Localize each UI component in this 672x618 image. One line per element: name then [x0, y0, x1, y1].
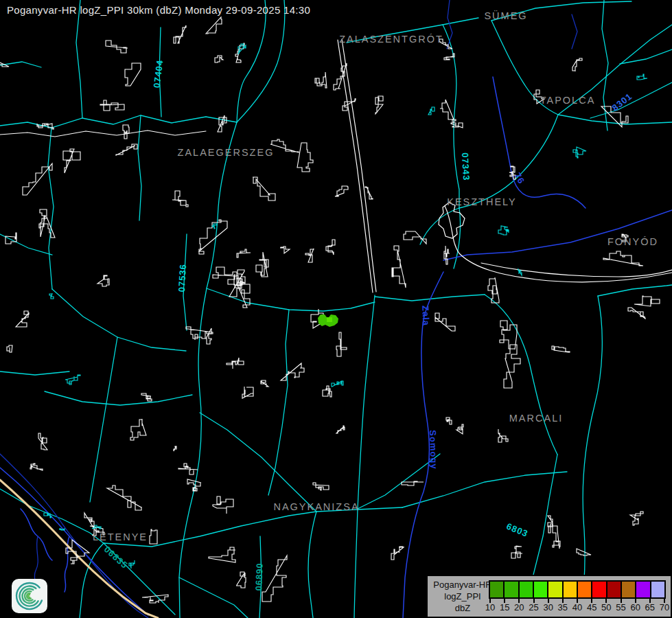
- colorbar-cell: [520, 582, 534, 597]
- city-label: MARCALI: [509, 413, 563, 424]
- settlement-outline: [391, 547, 404, 560]
- settlement-outline: [440, 100, 454, 119]
- settlement-outline: [444, 246, 450, 264]
- settlement-outline: [323, 386, 332, 397]
- settlement-outline: [209, 547, 235, 562]
- settlement-outline: [215, 56, 223, 62]
- settlement-outline: [23, 163, 52, 195]
- settlement-outline: [49, 293, 54, 299]
- settlement-outline: [71, 557, 78, 564]
- radar-map: ZALASZENTGRÓTSÜMEGTAPOLCAZALAEGERSZEGKES…: [0, 0, 672, 618]
- colorbar-cell: [548, 582, 563, 597]
- settlement-outline: [548, 524, 560, 549]
- settlement-outline: [174, 25, 186, 43]
- settlement-outline: [500, 321, 517, 350]
- legend-colorbar: 10152025303540455055606570: [489, 580, 666, 615]
- met-spiral-logo: [11, 578, 48, 614]
- settlement-outline: [125, 63, 141, 86]
- settlement-outline: [637, 74, 647, 80]
- settlement-outline: [634, 296, 660, 306]
- settlement-outline: [498, 429, 508, 442]
- settlement-outline: [577, 549, 591, 556]
- settlement-outline: [107, 485, 141, 510]
- settlement-outline: [280, 247, 290, 253]
- settlement-outline: [16, 311, 29, 327]
- settlement-outline: [178, 464, 198, 474]
- settlement-outline: [630, 512, 643, 525]
- city-label: LETENYE: [93, 531, 148, 542]
- settlement-outline: [106, 41, 128, 53]
- legend-panel: Poganyvar-HR logZ_PPI dbZ 10152025303540…: [426, 575, 672, 618]
- settlement-outline: [116, 144, 137, 155]
- settlement-outline: [326, 240, 335, 255]
- settlement-outline: [628, 308, 645, 319]
- city-label: KESZTHELY: [447, 196, 517, 207]
- settlement-outline: [428, 107, 435, 115]
- settlement-outline: [237, 249, 251, 258]
- legend-product-name: logZ_PPI: [432, 591, 494, 602]
- settlement-outline: [129, 560, 135, 569]
- road-number-label: 06835: [102, 544, 130, 571]
- settlement-outline: [336, 426, 345, 433]
- settlement-outline: [498, 226, 509, 235]
- settlement-outline: [59, 529, 65, 530]
- city-label: ZALASZENTGRÓT: [339, 34, 443, 45]
- settlement-outline: [315, 72, 327, 88]
- settlement-outline: [262, 556, 287, 602]
- settlement-outline: [375, 96, 383, 114]
- settlement-outline: [573, 147, 586, 158]
- radar-viewer: ZALASZENTGRÓTSÜMEGTAPOLCAZALAEGERSZEGKES…: [0, 0, 672, 618]
- settlement-outline: [142, 595, 168, 603]
- settlement-outline: [236, 572, 246, 588]
- shoreline-and-main-roads: [0, 39, 672, 293]
- settlement-outline: [123, 125, 129, 139]
- settlement-outline: [365, 187, 373, 199]
- road-number-label: 6803: [505, 521, 530, 539]
- settlement-outline: [130, 419, 146, 440]
- settlement-outline: [150, 529, 157, 544]
- settlement-outline: [141, 393, 152, 401]
- settlement-outline: [343, 98, 356, 111]
- settlement-outline: [402, 481, 424, 485]
- colorbar-ticks: 10152025303540455055606570: [490, 599, 664, 614]
- colorbar-cell: [636, 582, 651, 597]
- settlement-outline: [281, 363, 304, 380]
- settlement-outline: [256, 252, 268, 277]
- settlement-outline: [174, 446, 176, 451]
- settlement-outline: [63, 149, 80, 173]
- road-number-label: Zala: [420, 305, 432, 326]
- settlement-outline: [65, 375, 80, 385]
- city-label: TAPOLCA: [540, 95, 596, 106]
- settlement-outline: [297, 143, 313, 172]
- settlement-outline: [488, 277, 499, 303]
- radar-echo-core: [327, 317, 332, 322]
- tick-label: 70: [656, 602, 672, 613]
- settlement-outline: [305, 249, 314, 262]
- settlement-outline: [39, 217, 55, 238]
- city-label: ZALAEGERSZEG: [178, 147, 275, 158]
- map-labels: ZALASZENTGRÓTSÜMEGTAPOLCAZALAEGERSZEGKES…: [93, 10, 658, 591]
- settlement-outline: [97, 275, 109, 286]
- colorbar-cell: [564, 582, 578, 597]
- colorbar-cell: [490, 582, 505, 597]
- settlement-outline: [30, 464, 43, 470]
- colorbar-cell: [505, 582, 519, 597]
- settlement-outline: [206, 328, 211, 344]
- settlement-outline: [603, 251, 643, 266]
- settlement-outline: [511, 546, 522, 558]
- settlement-outline: [253, 177, 275, 201]
- settlement-outline: [456, 424, 463, 434]
- settlement-outline: [572, 58, 582, 71]
- settlement-outline: [552, 346, 570, 352]
- road-number-label: Somogy: [428, 430, 439, 470]
- road-number-label: 8301: [610, 91, 634, 113]
- settlement-outline: [206, 17, 222, 34]
- settlement-outline: [336, 332, 347, 356]
- road-number-label: 07343: [460, 152, 472, 181]
- settlement-outline: [446, 417, 452, 424]
- settlement-outline: [100, 100, 124, 111]
- colorbar-cell: [622, 582, 636, 597]
- settlement-outline: [7, 345, 12, 352]
- settlement-outline: [451, 119, 463, 128]
- colorbar-cell: [651, 582, 664, 597]
